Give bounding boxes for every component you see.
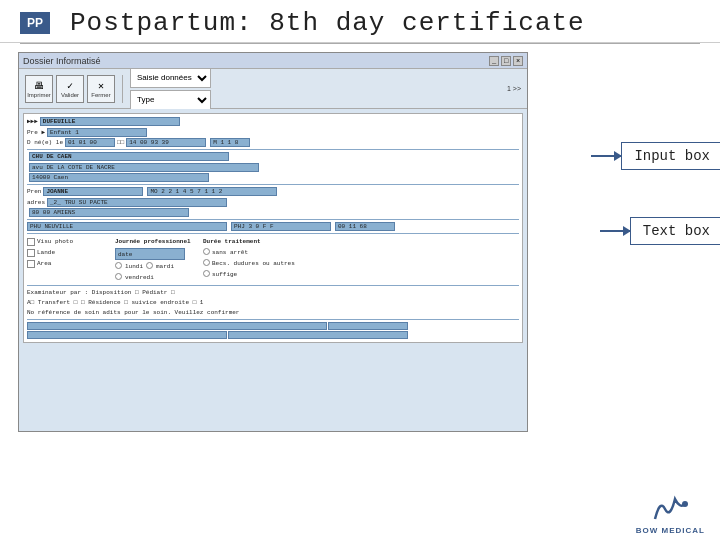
radio-dur-3[interactable] xyxy=(203,270,210,277)
form-document: ▶▶▶ DUFEUILLE Pre ▶ Enfant 1 xyxy=(23,113,523,343)
page-container: PP Postpartum: 8th day certificate Dossi… xyxy=(0,0,720,540)
type-dropdown[interactable]: Type xyxy=(130,90,211,110)
text-box-label: Text box xyxy=(630,217,720,245)
valider-button[interactable]: ✓ Valider xyxy=(56,75,84,103)
form-area: ▶▶▶ DUFEUILLE Pre ▶ Enfant 1 xyxy=(19,109,527,431)
input-box-callout: Input box xyxy=(591,142,720,170)
screenshot-container: Dossier Informatisé _ □ × 🖶 Imprimer xyxy=(18,52,528,481)
page-title: Postpartum: 8th day certificate xyxy=(70,8,585,38)
imprimer-button[interactable]: 🖶 Imprimer xyxy=(25,75,53,103)
radio-3[interactable] xyxy=(115,273,122,280)
window-title-text: Dossier Informatisé xyxy=(23,56,101,66)
address-row: adres _2_ TRU SU PACTE xyxy=(27,198,519,207)
location-field[interactable]: avu DE LA COTE DE NACRE xyxy=(29,163,259,172)
radio-1[interactable] xyxy=(115,262,122,269)
fermer-button[interactable]: ✕ Fermer xyxy=(87,75,115,103)
radio-group5: suffige xyxy=(203,270,303,279)
input-box-label: Input box xyxy=(621,142,720,170)
city-field[interactable]: 80 00 AMIENS xyxy=(29,208,189,217)
weight-field[interactable]: 14 00 93 39 xyxy=(126,138,206,147)
sep4 xyxy=(27,233,519,234)
sep6 xyxy=(27,319,519,320)
dob-row: D né(e) le 01 01 00 □□ 14 00 93 39 M 1 1… xyxy=(27,138,519,147)
close-button[interactable]: × xyxy=(513,56,523,66)
weight-sep: □□ xyxy=(117,138,124,147)
patient-name-label: ▶▶▶ xyxy=(27,117,38,126)
patient-row-1: ▶▶▶ DUFEUILLE xyxy=(27,117,519,126)
checkbox-3[interactable] xyxy=(27,260,35,268)
row-data-field[interactable]: 00 11 68 xyxy=(335,222,395,231)
content-wrapper: Dossier Informatisé _ □ × 🖶 Imprimer xyxy=(0,44,720,489)
radio-group3: sans arrêt xyxy=(203,248,303,257)
checkbox-1[interactable] xyxy=(27,238,35,246)
bottom-checkboxes: Examinateur par : Disposition □ Pédiatr … xyxy=(27,288,519,317)
section2-field[interactable]: PHU NEUVILLE xyxy=(27,222,227,231)
text-box-callout: Text box xyxy=(600,217,720,245)
checkbox-2[interactable] xyxy=(27,249,35,257)
radio-group2: vendredi xyxy=(115,273,195,282)
postal-row: 14000 Caen xyxy=(27,173,519,182)
sep1 xyxy=(27,149,519,150)
radio-group4: Becs. dudures ou autres xyxy=(203,259,303,268)
col1: Visu photo Lande Area xyxy=(27,237,107,282)
section2-row: PHU NEUVILLE PHJ 3 0 F F 00 11 68 xyxy=(27,222,519,231)
text-arrow-line xyxy=(600,230,630,232)
grid-cell-1 xyxy=(27,322,327,330)
dob-field[interactable]: 01 01 00 xyxy=(65,138,115,147)
logo-text: BOW MEDICAL xyxy=(636,526,705,535)
section3-field[interactable]: PHJ 3 0 F F xyxy=(231,222,331,231)
grid-cell-4 xyxy=(228,331,408,339)
col3: Durée traitement sans arrêt Becs. dudure… xyxy=(203,237,303,282)
child-prefix: Pre ▶ xyxy=(27,128,45,137)
header: PP Postpartum: 8th day certificate xyxy=(0,0,720,43)
grid-bottom xyxy=(27,322,519,330)
grid-bottom2 xyxy=(27,331,519,339)
toolbar-nav: 1 >> xyxy=(507,85,521,92)
addr-prefix: adres xyxy=(27,198,45,207)
radio-dur-2[interactable] xyxy=(203,259,210,266)
toolbar-left: 🖶 Imprimer ✓ Valider ✕ Fermer xyxy=(25,75,115,103)
hospital-row: CHU DE CAEN xyxy=(27,152,519,161)
minimize-button[interactable]: _ xyxy=(489,56,499,66)
patient-name-field[interactable]: DUFEUILLE xyxy=(40,117,180,126)
svg-point-0 xyxy=(682,501,688,507)
check-row-3: Area xyxy=(27,259,107,268)
sep2 xyxy=(27,184,519,185)
application-window: Dossier Informatisé _ □ × 🖶 Imprimer xyxy=(18,52,528,432)
doctor-field[interactable]: JOANNE xyxy=(43,187,143,196)
doctor-row: Pren JOANNE MO 2 2 1 4 5 7 1 1 2 xyxy=(27,187,519,196)
radio-dur-1[interactable] xyxy=(203,248,210,255)
bot-col1: Examinateur par : Disposition □ Pédiatr … xyxy=(27,288,239,317)
child-field[interactable]: Enfant 1 xyxy=(47,128,147,137)
grid-cell-2 xyxy=(328,322,408,330)
location-row: avu DE LA COTE DE NACRE xyxy=(27,163,519,172)
code-field[interactable]: M 1 1 8 xyxy=(210,138,250,147)
jour-field[interactable]: date xyxy=(115,248,185,260)
check-row-2: Lande xyxy=(27,248,107,257)
maximize-button[interactable]: □ xyxy=(501,56,511,66)
checkboxes-area: Visu photo Lande Area xyxy=(27,237,519,282)
toolbar: 🖶 Imprimer ✓ Valider ✕ Fermer xyxy=(19,69,527,109)
check-row-1: Visu photo xyxy=(27,237,107,246)
phone-field[interactable]: MO 2 2 1 4 5 7 1 1 2 xyxy=(147,187,277,196)
toolbar-dropdowns: Saisie données Type xyxy=(130,68,211,110)
dob-prefix: D né(e) le xyxy=(27,138,63,147)
input-arrow-line xyxy=(591,155,621,157)
address-field[interactable]: _2_ TRU SU PACTE xyxy=(47,198,227,207)
sep3 xyxy=(27,219,519,220)
city-row: 80 00 AMIENS xyxy=(27,208,519,217)
saisie-dropdown[interactable]: Saisie données xyxy=(130,68,211,88)
bow-medical-logo-icon xyxy=(650,494,690,524)
patient-row-2: Pre ▶ Enfant 1 xyxy=(27,128,519,137)
radio-2[interactable] xyxy=(146,262,153,269)
sep5 xyxy=(27,285,519,286)
grid-cell-3 xyxy=(27,331,227,339)
pp-badge: PP xyxy=(20,12,50,34)
col2: Journée professionnel date lundi mardi xyxy=(115,237,195,282)
window-titlebar: Dossier Informatisé _ □ × xyxy=(19,53,527,69)
hospital-field[interactable]: CHU DE CAEN xyxy=(29,152,229,161)
logo-area: BOW MEDICAL xyxy=(636,494,705,535)
pren-label: Pren xyxy=(27,187,41,196)
toolbar-separator xyxy=(122,75,123,103)
postal-field[interactable]: 14000 Caen xyxy=(29,173,209,182)
